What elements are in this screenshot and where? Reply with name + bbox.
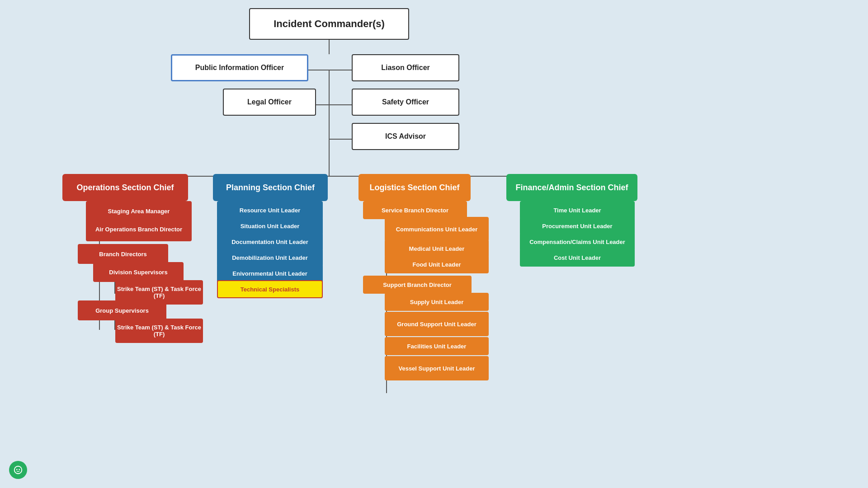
food-unit-leader-label: Food Unit Leader	[413, 261, 461, 268]
support-branch-director-label: Support Branch Director	[383, 282, 452, 288]
support-branch-director-box: Support Branch Director	[363, 276, 472, 294]
documentation-unit-leader-box: Documentation Unit Leader	[217, 233, 323, 251]
strike-team-1-label: Strike Team (ST) & Task Force (TF)	[115, 286, 203, 299]
time-unit-leader-box: Time Unit Leader	[520, 201, 635, 219]
vessel-support-unit-leader-box: Vessel Support Unit Leader	[385, 356, 489, 380]
finance-chief-label: Finance/Admin Section Chief	[515, 183, 628, 192]
facilities-unit-leader-box: Facilities Unit Leader	[385, 337, 489, 355]
ics-advisor-label: ICS Advisor	[385, 132, 426, 141]
safety-officer-label: Safety Officer	[382, 98, 429, 106]
legal-officer-label: Legal Officer	[247, 98, 292, 106]
strike-team-2-label: Strike Team (ST) & Task Force (TF)	[115, 324, 203, 338]
food-unit-leader-box: Food Unit Leader	[385, 255, 489, 273]
planning-chief-box: Planning Section Chief	[213, 174, 328, 201]
branch-directors-label: Branch Directors	[99, 251, 146, 258]
compensation-claims-unit-leader-box: Compensation/Claims Unit Leader	[520, 233, 635, 251]
environmental-unit-leader-label: Enivornmental Unit Leader	[232, 270, 307, 277]
situation-unit-leader-box: Situation Unit Leader	[217, 217, 323, 235]
situation-unit-leader-label: Situation Unit Leader	[241, 223, 300, 230]
svg-point-51	[19, 469, 20, 470]
documentation-unit-leader-label: Documentation Unit Leader	[231, 239, 308, 245]
legal-officer-box: Legal Officer	[223, 89, 316, 116]
svg-point-50	[16, 469, 18, 470]
logistics-chief-label: Logistics Section Chief	[369, 183, 459, 192]
medical-unit-leader-label: Medical Unit Leader	[409, 245, 465, 252]
branch-directors-box: Branch Directors	[78, 244, 168, 264]
vessel-support-unit-leader-label: Vessel Support Unit Leader	[398, 365, 475, 372]
resource-unit-leader-box: Resource Unit Leader	[217, 201, 323, 219]
group-supervisors-box: Group Supervisors	[78, 300, 166, 320]
operations-chief-label: Operations Section Chief	[76, 183, 174, 192]
org-chart: Incident Commander(s) Public Information…	[0, 0, 868, 488]
demobilization-unit-leader-label: Demobilization Unit Leader	[232, 254, 308, 261]
technical-specialists-label: Technical Specialists	[241, 286, 300, 293]
cost-unit-leader-box: Cost Unit Leader	[520, 249, 635, 267]
planning-chief-label: Planning Section Chief	[226, 183, 315, 192]
service-branch-director-label: Service Branch Director	[382, 207, 448, 214]
medical-unit-leader-box: Medical Unit Leader	[385, 239, 489, 258]
supply-unit-leader-label: Supply Unit Leader	[410, 299, 463, 305]
cost-unit-leader-label: Cost Unit Leader	[554, 254, 601, 261]
procurement-unit-leader-label: Procurement Unit Leader	[542, 223, 612, 230]
chatbot-icon[interactable]	[9, 461, 27, 479]
ground-support-unit-leader-box: Ground Support Unit Leader	[385, 312, 489, 336]
logistics-chief-box: Logistics Section Chief	[359, 174, 471, 201]
svg-point-49	[15, 467, 22, 474]
procurement-unit-leader-box: Procurement Unit Leader	[520, 217, 635, 235]
air-ops-branch-director-box: Air Operations Branch Director	[86, 217, 192, 241]
compensation-claims-unit-leader-label: Compensation/Claims Unit Leader	[529, 239, 625, 245]
liason-officer-label: Liason Officer	[381, 64, 430, 72]
time-unit-leader-label: Time Unit Leader	[553, 207, 601, 214]
incident-commander-label: Incident Commander(s)	[274, 18, 385, 30]
incident-commander-box: Incident Commander(s)	[249, 8, 409, 40]
division-supervisors-box: Division Supervisors	[93, 262, 184, 282]
public-info-officer-box: Public Information Officer	[171, 54, 308, 81]
ground-support-unit-leader-label: Ground Support Unit Leader	[397, 321, 476, 328]
communications-unit-leader-box: Communications Unit Leader	[385, 217, 489, 241]
safety-officer-box: Safety Officer	[352, 89, 459, 116]
service-branch-director-box: Service Branch Director	[363, 201, 467, 219]
environmental-unit-leader-box: Enivornmental Unit Leader	[217, 264, 323, 282]
division-supervisors-label: Division Supervisors	[109, 269, 167, 276]
staging-area-manager-label: Staging Area Manager	[108, 208, 170, 215]
public-info-officer-label: Public Information Officer	[195, 64, 284, 72]
air-ops-branch-director-label: Air Operations Branch Director	[95, 226, 182, 233]
supply-unit-leader-box: Supply Unit Leader	[385, 293, 489, 311]
technical-specialists-box: Technical Specialists	[217, 280, 323, 298]
resource-unit-leader-label: Resource Unit Leader	[240, 207, 300, 214]
communications-unit-leader-label: Communications Unit Leader	[396, 226, 478, 233]
ics-advisor-box: ICS Advisor	[352, 123, 459, 150]
liason-officer-box: Liason Officer	[352, 54, 459, 81]
group-supervisors-label: Group Supervisors	[95, 307, 149, 314]
finance-chief-box: Finance/Admin Section Chief	[506, 174, 637, 201]
operations-chief-box: Operations Section Chief	[62, 174, 188, 201]
facilities-unit-leader-label: Facilities Unit Leader	[407, 343, 467, 350]
demobilization-unit-leader-box: Demobilization Unit Leader	[217, 249, 323, 267]
strike-team-2-box: Strike Team (ST) & Task Force (TF)	[115, 319, 203, 343]
